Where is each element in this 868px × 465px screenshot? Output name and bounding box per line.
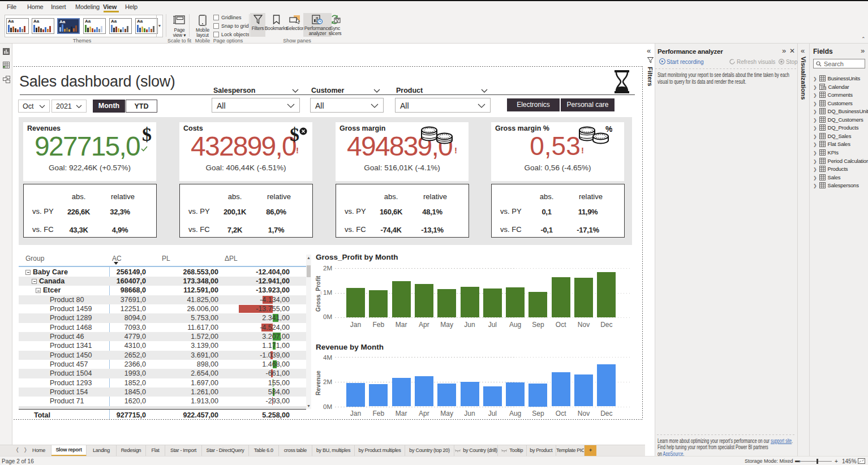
svg-text:%: % [605,125,612,134]
